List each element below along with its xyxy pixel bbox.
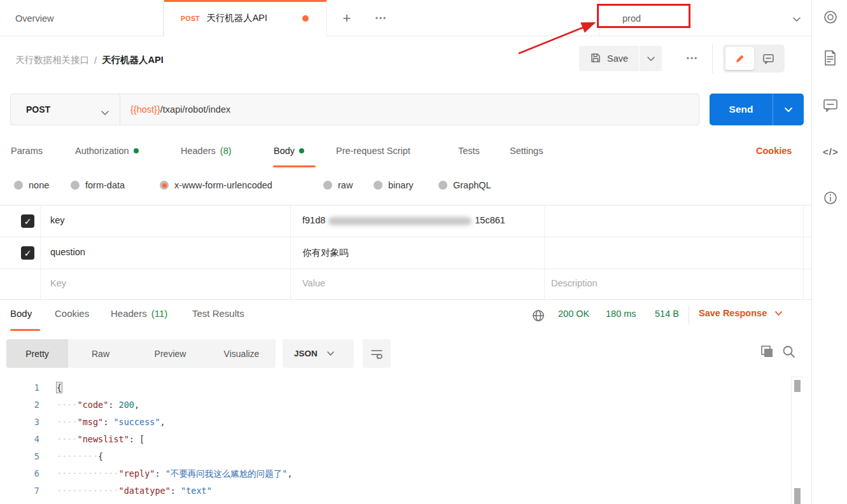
wrap-text-icon — [370, 348, 383, 360]
radio-binary[interactable]: binary — [374, 180, 414, 190]
edit-mode-button[interactable] — [725, 47, 754, 70]
response-tab-cookies[interactable]: Cookies — [55, 308, 89, 319]
request-more-actions-button[interactable]: ••• — [680, 46, 705, 71]
line-content: ············"datatype": "text" — [57, 482, 212, 500]
param-value-cell[interactable]: 你有对象吗 — [302, 247, 349, 259]
tab-params[interactable]: Params — [11, 146, 43, 156]
send-button[interactable]: Send — [710, 94, 773, 125]
tab-overview[interactable]: Overview — [0, 0, 164, 36]
documentation-button[interactable] — [823, 50, 838, 69]
param-value-cell[interactable]: f91d815c861 — [302, 215, 505, 225]
code-line: 5········{ — [0, 448, 791, 465]
save-options-button[interactable] — [640, 46, 662, 71]
response-status-badge[interactable]: 200 OK — [558, 309, 589, 319]
method-value: POST — [26, 104, 50, 115]
tab-method-badge: POST — [181, 15, 200, 22]
send-options-button[interactable] — [773, 94, 804, 125]
breadcrumb-separator: / — [94, 55, 97, 66]
response-time-badge[interactable]: 180 ms — [606, 309, 636, 319]
copy-response-button[interactable] — [760, 344, 774, 362]
row-checkbox-checked[interactable]: ✓ — [21, 214, 34, 228]
divider — [712, 44, 713, 73]
url-input[interactable]: {{host}}/txapi/robot/index — [120, 104, 230, 115]
code-line: 7············"datatype": "text" — [0, 482, 791, 500]
line-number: 6 — [0, 465, 39, 482]
environment-selector[interactable]: prod — [599, 0, 811, 36]
line-number: 4 — [0, 431, 39, 448]
view-raw[interactable]: Raw — [68, 339, 133, 368]
save-response-button[interactable]: Save Response — [699, 308, 783, 318]
environment-quick-look-button[interactable] — [823, 10, 838, 27]
url-path: /txapi/robot/index — [160, 104, 230, 115]
breadcrumb-current[interactable]: 天行机器人API — [102, 54, 164, 66]
info-button[interactable] — [823, 190, 838, 208]
radio-graphql[interactable]: GraphQL — [438, 180, 491, 190]
scrollbar-thumb[interactable] — [794, 488, 801, 504]
response-tab-body[interactable]: Body — [10, 308, 32, 319]
view-visualize[interactable]: Visualize — [207, 339, 276, 368]
response-scrollbar[interactable] — [791, 377, 804, 504]
active-tab-accent — [164, 0, 326, 2]
chevron-down-icon — [774, 311, 783, 316]
param-key-cell[interactable]: question — [50, 247, 85, 257]
chevron-down-icon — [101, 107, 109, 118]
tab-request-active[interactable]: POST 天行机器人API — [164, 0, 327, 36]
response-body-json: 1{2····"code": 200,3····"msg": "success"… — [0, 375, 791, 504]
line-number: 2 — [0, 396, 39, 414]
tab-authorization[interactable]: Authorization — [75, 146, 139, 156]
response-headers-count: (11) — [151, 308, 168, 319]
response-size-badge[interactable]: 514 B — [655, 309, 679, 319]
tab-headers[interactable]: Headers(8) — [181, 146, 232, 156]
response-view-switcher: Pretty Raw Preview Visualize — [6, 339, 276, 368]
language-selector[interactable]: JSON — [283, 339, 354, 368]
code-snippet-button[interactable]: </> — [823, 146, 839, 157]
request-tabs: Params Authorization Headers(8) Body Pre… — [0, 136, 811, 169]
add-tab-button[interactable]: + — [337, 0, 356, 36]
tab-settings[interactable]: Settings — [510, 146, 543, 156]
description-placeholder-cell[interactable]: Description — [551, 278, 598, 288]
param-key-cell[interactable]: key — [50, 215, 65, 225]
save-button[interactable]: Save — [579, 46, 639, 71]
code-line: 3····"msg": "success", — [0, 414, 791, 431]
value-prefix: f91d8 — [302, 215, 325, 225]
url-variable: {{host}} — [130, 104, 160, 115]
tab-pre-request-script[interactable]: Pre-request Script — [336, 146, 410, 156]
tab-body[interactable]: Body — [274, 146, 304, 156]
radio-x-www-form-urlencoded[interactable]: x-www-form-urlencoded — [160, 180, 272, 190]
radio-raw[interactable]: raw — [323, 180, 353, 190]
eye-icon — [823, 10, 838, 25]
request-url-bar: POST {{host}}/txapi/robot/index — [10, 94, 699, 125]
tab-tests[interactable]: Tests — [458, 146, 480, 156]
tab-options-button[interactable]: ••• — [368, 0, 395, 36]
chevron-down-icon — [647, 55, 655, 62]
response-tab-headers[interactable]: Headers(11) — [111, 308, 167, 319]
line-content: ····"msg": "success", — [57, 414, 165, 431]
comments-button[interactable] — [823, 98, 838, 116]
line-content: ····"code": 200, — [57, 396, 139, 414]
scrollbar-thumb[interactable] — [794, 380, 801, 392]
wrap-lines-button[interactable] — [363, 339, 391, 368]
search-response-button[interactable] — [781, 344, 797, 362]
table-row: ✓ key f91d815c861 — [0, 206, 811, 237]
radio-none[interactable]: none — [14, 180, 49, 190]
response-tab-test-results[interactable]: Test Results — [192, 308, 244, 319]
breadcrumb-folder[interactable]: 天行数据相关接口 — [15, 54, 89, 66]
breadcrumb: 天行数据相关接口 / 天行机器人API — [15, 54, 164, 66]
value-placeholder-cell[interactable]: Value — [302, 278, 325, 288]
key-placeholder-cell[interactable]: Key — [50, 278, 66, 288]
radio-form-data[interactable]: form-data — [71, 180, 125, 190]
code-line: 2····"code": 200, — [0, 396, 791, 414]
comment-mode-button[interactable] — [754, 47, 782, 70]
redacted-value-blur — [328, 217, 472, 225]
method-selector[interactable]: POST — [11, 94, 120, 125]
view-preview[interactable]: Preview — [133, 339, 207, 368]
line-content: { — [57, 379, 62, 396]
line-number: 5 — [0, 448, 39, 465]
view-pretty[interactable]: Pretty — [6, 339, 68, 368]
cookies-link[interactable]: Cookies — [756, 146, 792, 156]
radio-icon — [71, 181, 80, 190]
row-checkbox-checked[interactable]: ✓ — [21, 246, 34, 260]
comment-icon — [762, 53, 774, 64]
save-button-group: Save — [579, 46, 662, 71]
globe-icon[interactable] — [532, 309, 545, 325]
